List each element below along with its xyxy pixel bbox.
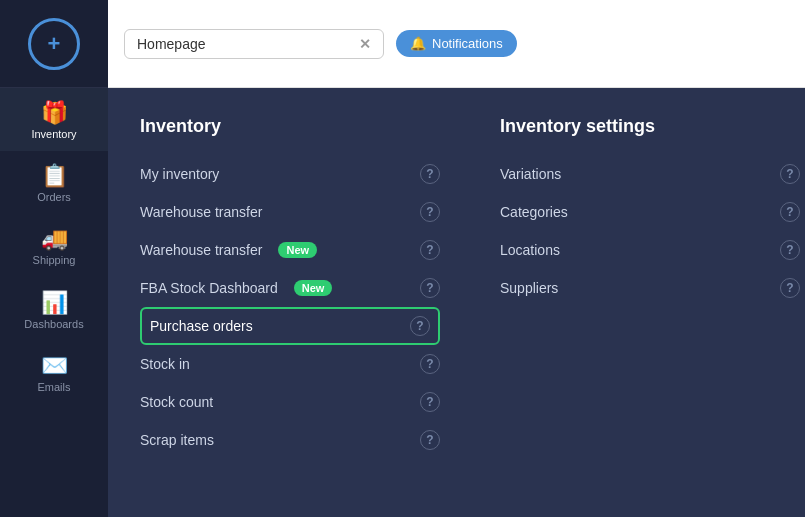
menu-item-text-variations: Variations <box>500 166 561 182</box>
menu-item-left-sup: Suppliers <box>500 280 558 296</box>
inventory-section-title: Inventory <box>140 116 440 137</box>
inventory-settings-section: Inventory settings Variations ? Categori… <box>500 116 800 489</box>
emails-icon: ✉️ <box>41 355 68 377</box>
sidebar-item-label-emails: Emails <box>37 381 70 394</box>
menu-item-text-my-inventory: My inventory <box>140 166 219 182</box>
menu-item-stock-in[interactable]: Stock in ? <box>140 345 440 383</box>
help-icon-variations[interactable]: ? <box>780 164 800 184</box>
settings-section-title: Inventory settings <box>500 116 800 137</box>
help-icon-warehouse-transfer[interactable]: ? <box>420 202 440 222</box>
help-icon-categories[interactable]: ? <box>780 202 800 222</box>
menu-item-left-wt: Warehouse transfer <box>140 204 262 220</box>
sidebar-item-label-shipping: Shipping <box>33 254 76 267</box>
topbar: ✕ 🔔 Notifications <box>108 0 805 88</box>
menu-item-left-cat: Categories <box>500 204 568 220</box>
menu-item-categories[interactable]: Categories ? <box>500 193 800 231</box>
search-close-icon[interactable]: ✕ <box>359 36 371 52</box>
menu-item-text-categories: Categories <box>500 204 568 220</box>
menu-item-stock-count[interactable]: Stock count ? <box>140 383 440 421</box>
badge-new-warehouse-transfer: New <box>278 242 317 258</box>
menu-item-text-warehouse-transfer-new: Warehouse transfer <box>140 242 262 258</box>
search-box[interactable]: ✕ <box>124 29 384 59</box>
dropdown-panel: Inventory My inventory ? Warehouse trans… <box>108 88 805 517</box>
menu-item-warehouse-transfer-new[interactable]: Warehouse transfer New ? <box>140 231 440 269</box>
menu-item-left-si: Stock in <box>140 356 190 372</box>
menu-item-suppliers[interactable]: Suppliers ? <box>500 269 800 307</box>
menu-item-text-warehouse-transfer: Warehouse transfer <box>140 204 262 220</box>
help-icon-stock-count[interactable]: ? <box>420 392 440 412</box>
logo[interactable]: + <box>0 0 108 88</box>
menu-item-left-po: Purchase orders <box>150 318 253 334</box>
main-area: ✕ 🔔 Notifications Inventory My inventory… <box>108 0 805 517</box>
help-icon-locations[interactable]: ? <box>780 240 800 260</box>
help-icon-fba[interactable]: ? <box>420 278 440 298</box>
menu-item-warehouse-transfer[interactable]: Warehouse transfer ? <box>140 193 440 231</box>
sidebar: + 🎁 Inventory 📋 Orders 🚚 Shipping 📊 Dash… <box>0 0 108 517</box>
menu-item-left-sc: Stock count <box>140 394 213 410</box>
help-icon-scrap-items[interactable]: ? <box>420 430 440 450</box>
menu-item-variations[interactable]: Variations ? <box>500 155 800 193</box>
help-icon-my-inventory[interactable]: ? <box>420 164 440 184</box>
menu-item-fba-stock[interactable]: FBA Stock Dashboard New ? <box>140 269 440 307</box>
menu-item-text-stock-count: Stock count <box>140 394 213 410</box>
sidebar-item-label-dashboards: Dashboards <box>24 318 83 331</box>
menu-item-scrap-items[interactable]: Scrap items ? <box>140 421 440 459</box>
help-icon-suppliers[interactable]: ? <box>780 278 800 298</box>
menu-item-text-locations: Locations <box>500 242 560 258</box>
badge-new-fba: New <box>294 280 333 296</box>
menu-item-my-inventory[interactable]: My inventory ? <box>140 155 440 193</box>
menu-item-left-fba: FBA Stock Dashboard New <box>140 280 332 296</box>
help-icon-warehouse-transfer-new[interactable]: ? <box>420 240 440 260</box>
inventory-icon: 🎁 <box>41 102 68 124</box>
menu-item-text-scrap-items: Scrap items <box>140 432 214 448</box>
sidebar-item-emails[interactable]: ✉️ Emails <box>0 341 108 404</box>
orders-icon: 📋 <box>41 165 68 187</box>
help-icon-purchase-orders[interactable]: ? <box>410 316 430 336</box>
menu-item-left: My inventory <box>140 166 219 182</box>
menu-item-text-fba: FBA Stock Dashboard <box>140 280 278 296</box>
menu-item-text-suppliers: Suppliers <box>500 280 558 296</box>
sidebar-item-inventory[interactable]: 🎁 Inventory <box>0 88 108 151</box>
logo-icon: + <box>28 18 80 70</box>
menu-item-text-purchase-orders: Purchase orders <box>150 318 253 334</box>
menu-item-text-stock-in: Stock in <box>140 356 190 372</box>
menu-item-left-wtn: Warehouse transfer New <box>140 242 317 258</box>
search-input[interactable] <box>137 36 351 52</box>
menu-item-left-loc: Locations <box>500 242 560 258</box>
menu-item-left-var: Variations <box>500 166 561 182</box>
inventory-menu-section: Inventory My inventory ? Warehouse trans… <box>140 116 440 489</box>
notifications-button[interactable]: 🔔 Notifications <box>396 30 517 57</box>
sidebar-item-dashboards[interactable]: 📊 Dashboards <box>0 278 108 341</box>
notifications-label: Notifications <box>432 36 503 51</box>
sidebar-item-label-orders: Orders <box>37 191 71 204</box>
menu-item-locations[interactable]: Locations ? <box>500 231 800 269</box>
menu-item-left-scrap: Scrap items <box>140 432 214 448</box>
sidebar-item-label-inventory: Inventory <box>31 128 76 141</box>
sidebar-item-shipping[interactable]: 🚚 Shipping <box>0 214 108 277</box>
dashboards-icon: 📊 <box>41 292 68 314</box>
logo-symbol: + <box>48 31 61 57</box>
help-icon-stock-in[interactable]: ? <box>420 354 440 374</box>
notifications-icon: 🔔 <box>410 36 426 51</box>
sidebar-item-orders[interactable]: 📋 Orders <box>0 151 108 214</box>
menu-item-purchase-orders[interactable]: Purchase orders ? <box>140 307 440 345</box>
shipping-icon: 🚚 <box>41 228 68 250</box>
